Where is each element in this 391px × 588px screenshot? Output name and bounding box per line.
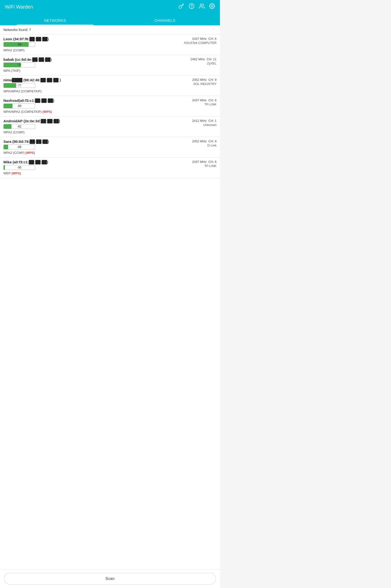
network-left: Mika (a0:f3:c1:██:██:██) -95 WEP (WPS) <box>3 160 189 175</box>
wps-tag: (WPS) <box>43 110 52 114</box>
network-vendor: TP-LINK <box>192 103 216 106</box>
signal-value: -80 <box>4 104 35 108</box>
network-right: 2462 MHz CH: 11 ZyXEL <box>188 57 216 65</box>
network-vendor: D-Link <box>192 144 216 147</box>
settings-icon[interactable] <box>209 3 215 10</box>
network-name: babak (cc:5d:4e:██:██:██) <box>3 57 188 62</box>
network-freq-ch: 2437 MHz CH: 6 <box>184 37 216 41</box>
network-vendor: ASUSTek COMPUTER <box>184 41 216 45</box>
network-right: 2452 MHz CH: 9 D-Link <box>189 140 216 147</box>
network-left: babak (cc:5d:4e:██:██:██) -72 WPA (TKIP) <box>3 57 188 73</box>
network-freq-ch: 2412 MHz CH: 1 <box>192 119 216 123</box>
signal-bar-container: -82 <box>3 124 189 129</box>
network-item[interactable]: AndroidAP (2e:0e:3d:██:██:██) -82 WPA2 (… <box>0 116 220 137</box>
signal-value: -82 <box>4 124 35 129</box>
networks-found-label: Networks found: 7 <box>0 25 220 34</box>
app-header: WiFi Warden <box>0 0 220 14</box>
network-name: Sara (90:8d:78:██:██:██) <box>3 140 189 144</box>
network-freq-ch: 2452 MHz CH: 9 <box>192 140 216 143</box>
signal-bar-container: -88 <box>3 145 189 149</box>
security-label: WPA2 (CCMP) <box>3 48 24 52</box>
help-icon[interactable] <box>189 3 195 10</box>
network-item[interactable]: Mika (a0:f3:c1:██:██:██) -95 WEP (WPS) 2… <box>0 157 220 178</box>
network-freq-ch: 2452 MHz CH: 9 <box>192 78 216 81</box>
signal-bar-outer: -80 <box>3 104 35 108</box>
key-icon[interactable] <box>178 3 184 10</box>
scan-bar: Scan <box>0 569 220 588</box>
network-item[interactable]: Sara (90:8d:78:██:██:██) -88 WPA2 (CCMP)… <box>0 137 220 157</box>
signal-value: -95 <box>4 165 35 170</box>
security-label: WPA (TKIP) <box>3 69 20 73</box>
network-left: nima████ (98:42:46:██:██:██ ) -77 WPA/WP… <box>3 78 189 93</box>
signal-bar-outer: -77 <box>3 83 35 88</box>
network-freq-ch: 2462 MHz CH: 11 <box>190 57 216 61</box>
network-left: AndroidAP (2e:0e:3d:██:██:██) -82 WPA2 (… <box>3 119 189 134</box>
signal-bar-container: -72 <box>3 63 188 67</box>
svg-point-3 <box>200 4 202 6</box>
network-name: Leon (34:97:f6:██:██:██) <box>3 37 181 41</box>
signal-bar-container: -80 <box>3 104 189 108</box>
signal-value: -77 <box>4 83 35 88</box>
security-label: WPA/WPA2 (CCMP&TKIP) (WPS) <box>3 110 52 114</box>
tabs-bar: Networks Channels <box>0 14 220 25</box>
signal-bar-container: -95 <box>3 165 189 170</box>
scan-button[interactable]: Scan <box>4 573 216 585</box>
network-vendor: TP-LINK <box>192 164 216 168</box>
signal-bar-container: -77 <box>3 83 189 88</box>
network-freq-ch: 2437 MHz CH: 6 <box>192 98 216 102</box>
network-name: AndroidAP (2e:0e:3d:██:██:██) <box>3 119 189 123</box>
signal-bar-outer: -88 <box>3 145 35 149</box>
security-label: WEP (WPS) <box>3 171 21 175</box>
signal-value: -72 <box>4 63 35 67</box>
network-right: 2452 MHz CH: 9 SOL INDUSTRY <box>189 78 216 86</box>
tab-networks[interactable]: Networks <box>0 18 110 25</box>
network-right: 2437 MHz CH: 6 TP-LINK <box>189 160 216 168</box>
network-right: 2412 MHz CH: 1 Unknown <box>189 119 216 127</box>
network-name: Mika (a0:f3:c1:██:██:██) <box>3 160 189 164</box>
svg-point-4 <box>211 5 213 7</box>
signal-value: -88 <box>4 145 35 149</box>
app-title: WiFi Warden <box>5 4 33 10</box>
network-list: Leon (34:97:f6:██:██:██) -54 WPA2 (CCMP)… <box>0 34 220 178</box>
network-name: Nashvad(a0:f3:c1:██:██:██) <box>3 98 189 103</box>
network-item[interactable]: nima████ (98:42:46:██:██:██ ) -77 WPA/WP… <box>0 75 220 96</box>
wps-tag: (WPS) <box>11 171 21 175</box>
header-icons <box>178 3 215 10</box>
signal-bar-outer: -72 <box>3 63 35 67</box>
network-vendor: SOL INDUSTRY <box>192 82 216 86</box>
network-left: Sara (90:8d:78:██:██:██) -88 WPA2 (CCMP)… <box>3 140 189 155</box>
main-content: Networks found: 7 Leon (34:97:f6:██:██:█… <box>0 25 220 569</box>
signal-bar-outer: -95 <box>3 165 35 170</box>
network-right: 2437 MHz CH: 6 TP-LINK <box>189 98 216 106</box>
network-item[interactable]: Leon (34:97:f6:██:██:██) -54 WPA2 (CCMP)… <box>0 34 220 55</box>
tab-channels[interactable]: Channels <box>110 18 220 25</box>
wps-tag: (WPS) <box>25 151 35 154</box>
network-name: nima████ (98:42:46:██:██:██ ) <box>3 78 189 82</box>
security-label: WPA/WPA2 (CCMP&TKIP) <box>3 89 42 93</box>
network-item[interactable]: Nashvad(a0:f3:c1:██:██:██) -80 WPA/WPA2 … <box>0 96 220 116</box>
network-left: Leon (34:97:f6:██:██:██) -54 WPA2 (CCMP) <box>3 37 181 52</box>
users-icon[interactable] <box>199 3 205 10</box>
signal-value: -54 <box>4 42 35 47</box>
network-left: Nashvad(a0:f3:c1:██:██:██) -80 WPA/WPA2 … <box>3 98 189 114</box>
network-right: 2437 MHz CH: 6 ASUSTek COMPUTER <box>181 37 216 45</box>
security-label: WPA2 (CCMP) (WPS) <box>3 151 35 154</box>
signal-bar-outer: -54 <box>3 42 35 47</box>
network-freq-ch: 2437 MHz CH: 6 <box>192 160 216 164</box>
network-vendor: ZyXEL <box>190 62 216 65</box>
network-vendor: Unknown <box>192 123 216 127</box>
network-item[interactable]: babak (cc:5d:4e:██:██:██) -72 WPA (TKIP)… <box>0 55 220 75</box>
signal-bar-outer: -82 <box>3 124 35 129</box>
security-label: WPA2 (CCMP) <box>3 130 24 134</box>
signal-bar-container: -54 <box>3 42 181 47</box>
